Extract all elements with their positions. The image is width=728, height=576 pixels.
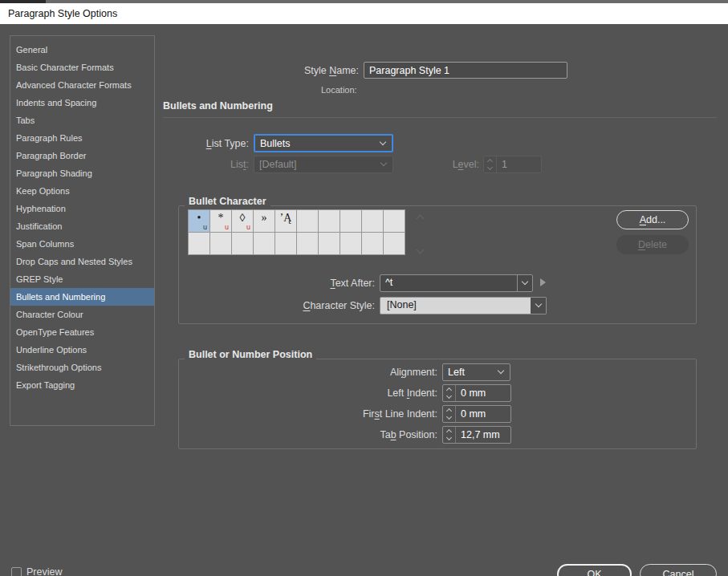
character-style-dropdown[interactable]: [None] [380, 297, 531, 314]
tab-position-value: 12,7 mm [456, 429, 500, 440]
panel-section-title: Bullets and Numbering [163, 100, 273, 112]
bullet-glyph-cell[interactable] [296, 232, 319, 255]
tab-position-stepper[interactable]: 12,7 mm [442, 426, 511, 444]
unicode-marker: u [246, 223, 250, 231]
bullet-glyph-cell[interactable] [361, 209, 384, 233]
bullet-glyph-cell[interactable] [231, 232, 254, 255]
sidebar-item-grep-style[interactable]: GREP Style [10, 270, 154, 288]
alignment-dropdown[interactable]: Left [442, 363, 510, 381]
character-style-label: Character Style: [270, 300, 375, 311]
bullet-glyph-cell[interactable] [275, 232, 297, 255]
bullet-glyph: » [254, 212, 275, 225]
chevron-down-icon [535, 301, 542, 307]
section-divider [163, 117, 717, 118]
bullet-glyph-cell[interactable] [383, 209, 405, 233]
level-value: 1 [497, 159, 507, 170]
text-after-combo[interactable]: ^t [380, 274, 533, 292]
text-after-flyout-icon[interactable] [540, 278, 546, 286]
alignment-label: Alignment: [277, 367, 437, 378]
bullet-character-group-title: Bullet Character [185, 196, 270, 207]
list-label: List: [144, 159, 249, 170]
bullet-glyph-cell[interactable] [318, 232, 340, 255]
level-label: Level: [401, 159, 479, 170]
sidebar-item-strikethrough-options[interactable]: Strikethrough Options [10, 359, 154, 376]
sidebar-item-tabs[interactable]: Tabs [10, 112, 154, 129]
text-after-label: Text After: [270, 278, 375, 289]
stepper-arrows-icon[interactable] [443, 427, 456, 443]
dialog-body: GeneralBasic Character FormatsAdvanced C… [0, 24, 728, 576]
bullet-glyph-cell[interactable]: ◊u [231, 209, 254, 233]
style-name-input[interactable] [364, 62, 567, 79]
bullet-glyph-cell[interactable] [361, 232, 384, 255]
stepper-arrows-icon[interactable] [484, 156, 497, 172]
bullet-glyph-cell[interactable] [340, 209, 362, 233]
sidebar-item-span-columns[interactable]: Span Columns [10, 235, 154, 253]
list-dropdown[interactable]: [Default] [254, 156, 393, 173]
sidebar-item-character-colour[interactable]: Character Colour [10, 306, 154, 323]
chevron-down-icon [522, 278, 528, 285]
ok-button[interactable]: OK [557, 564, 632, 576]
list-type-value: Bullets [260, 138, 291, 149]
bullet-position-group-title: Bullet or Number Position [185, 349, 316, 360]
tab-position-label: Tab Position: [277, 429, 437, 440]
sidebar-item-underline-options[interactable]: Underline Options [10, 341, 154, 359]
list-type-dropdown[interactable]: Bullets [254, 134, 393, 152]
text-after-dropdown-button[interactable] [517, 275, 532, 291]
sidebar-item-general[interactable]: General [10, 41, 154, 59]
sidebar-item-paragraph-border[interactable]: Paragraph Border [10, 147, 154, 164]
bullet-glyph-cell[interactable] [340, 232, 362, 255]
add-button[interactable]: Add... [616, 210, 689, 229]
sidebar-item-export-tagging[interactable]: Export Tagging [10, 376, 154, 394]
sidebar-item-indents-and-spacing[interactable]: Indents and Spacing [10, 94, 154, 112]
sidebar-item-keep-options[interactable]: Keep Options [10, 182, 154, 200]
bullet-glyph-cell[interactable] [296, 209, 319, 233]
location-label: Location: [321, 85, 357, 95]
bullet-glyph-cell[interactable] [188, 232, 210, 255]
sidebar-item-bullets-and-numbering[interactable]: Bullets and Numbering [10, 288, 154, 306]
bullet-position-group [178, 359, 697, 449]
left-indent-value: 0 mm [456, 387, 486, 399]
chevron-down-icon [380, 138, 386, 144]
unicode-marker: u [225, 223, 229, 231]
bullet-glyph-cell[interactable]: *u [209, 209, 232, 233]
level-stepper[interactable]: 1 [483, 156, 542, 173]
character-style-dropdown-button[interactable] [531, 297, 547, 314]
sidebar-item-basic-character-formats[interactable]: Basic Character Formats [10, 59, 154, 76]
list-value: [Default] [259, 159, 297, 170]
bullet-glyph-cell[interactable]: ʼĄ [275, 209, 297, 233]
bullet-glyph-cell[interactable] [383, 232, 405, 255]
first-line-indent-value: 0 mm [456, 408, 486, 420]
bullet-glyph: ʼĄ [275, 212, 296, 225]
sidebar-item-paragraph-rules[interactable]: Paragraph Rules [10, 129, 154, 147]
style-name-label: Style Name: [265, 65, 359, 76]
alignment-value: Left [448, 367, 465, 378]
first-line-indent-stepper[interactable]: 0 mm [442, 405, 511, 423]
bullet-glyph-cell[interactable] [318, 209, 340, 233]
window-title: Paragraph Style Options [8, 3, 117, 24]
sidebar-item-opentype-features[interactable]: OpenType Features [10, 323, 154, 341]
preview-label: Preview [26, 566, 62, 576]
chevron-down-icon [380, 160, 387, 166]
sidebar-item-hyphenation[interactable]: Hyphenation [10, 200, 154, 217]
bullet-glyph-grid: •u*u◊u»ʼĄ [188, 209, 414, 254]
sidebar-item-justification[interactable]: Justification [10, 217, 154, 235]
preview-checkbox[interactable] [11, 567, 22, 576]
sidebar-item-drop-caps-and-nested-styles[interactable]: Drop Caps and Nested Styles [10, 253, 154, 270]
stepper-arrows-icon[interactable] [443, 385, 456, 401]
bullet-glyph-cell[interactable] [253, 232, 275, 255]
stepper-arrows-icon[interactable] [443, 406, 456, 422]
list-type-label: List Type: [144, 138, 249, 149]
sidebar: GeneralBasic Character FormatsAdvanced C… [10, 35, 155, 426]
text-after-value: ^t [380, 275, 517, 291]
sidebar-item-advanced-character-formats[interactable]: Advanced Character Formats [10, 76, 154, 94]
bullet-glyph-cell[interactable] [209, 232, 232, 255]
cancel-button[interactable]: Cancel [640, 564, 717, 576]
left-indent-stepper[interactable]: 0 mm [442, 384, 511, 402]
chevron-down-icon [498, 367, 504, 374]
delete-button[interactable]: Delete [616, 235, 689, 254]
character-style-value: [None] [387, 299, 417, 310]
bullet-glyph-cell[interactable]: •u [188, 209, 210, 233]
sidebar-item-paragraph-shading[interactable]: Paragraph Shading [10, 164, 154, 182]
first-line-indent-label: First Line Indent: [277, 408, 437, 420]
bullet-glyph-cell[interactable]: » [253, 209, 275, 233]
